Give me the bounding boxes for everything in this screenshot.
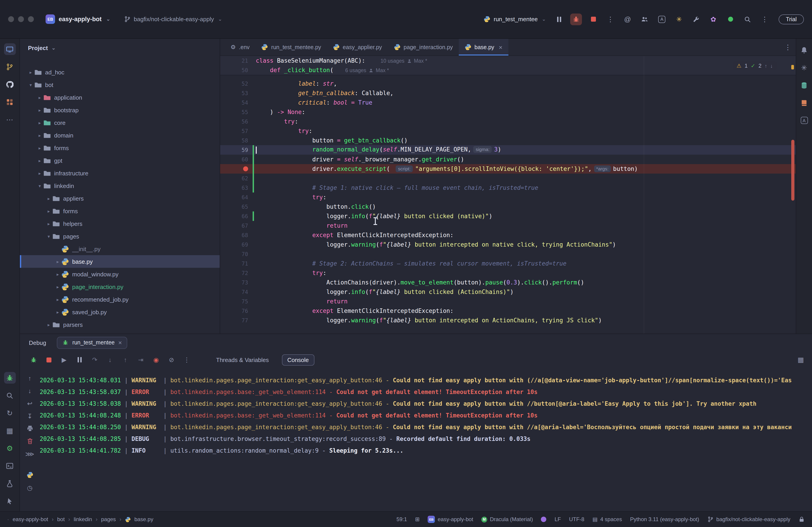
line-number[interactable]: 66 bbox=[220, 213, 252, 219]
code-line-57[interactable]: 57 try: bbox=[220, 126, 796, 136]
grid-status-icon[interactable]: ⊞ bbox=[415, 516, 420, 523]
plugins-icon[interactable]: ✿ bbox=[707, 13, 719, 25]
tab-options-icon[interactable]: ⋮ bbox=[784, 43, 791, 51]
line-number[interactable]: 59 bbox=[220, 147, 252, 153]
layout-settings-icon[interactable]: ▦ bbox=[798, 356, 804, 364]
line-number[interactable]: 56 bbox=[220, 118, 252, 125]
history-icon[interactable]: ◷ bbox=[26, 483, 34, 492]
chevron-icon[interactable]: ▸ bbox=[36, 171, 43, 176]
tree-item-bootstrap[interactable]: ▸bootstrap bbox=[20, 104, 220, 116]
code-line-75[interactable]: 75 return bbox=[220, 297, 796, 306]
chevron-icon[interactable]: ▸ bbox=[54, 284, 61, 289]
tab-console[interactable]: Console bbox=[282, 354, 314, 365]
sparkle-icon[interactable]: ✳ bbox=[673, 13, 685, 25]
chevron-icon[interactable]: ▸ bbox=[54, 297, 61, 302]
line-number[interactable]: 54 bbox=[220, 100, 252, 106]
git-branch-selector[interactable]: bagfix/not-clickable-easy-apply ⌄ bbox=[124, 16, 222, 22]
chevron-icon[interactable]: ▾ bbox=[27, 82, 34, 87]
tree-item-bot[interactable]: ▾bot bbox=[20, 78, 220, 91]
tree-item-saved_job-py[interactable]: ▸saved_job.py bbox=[20, 306, 220, 318]
more-actions-icon[interactable]: ⋮ bbox=[759, 13, 770, 25]
line-number[interactable]: 63 bbox=[220, 185, 252, 191]
trial-badge[interactable]: Trial bbox=[779, 14, 804, 24]
chevron-icon[interactable]: ▸ bbox=[36, 133, 43, 138]
code-vision-hint[interactable]: 10 usagesMax * bbox=[380, 58, 427, 63]
pointer-tool-icon[interactable] bbox=[4, 495, 16, 507]
more-console-icon[interactable]: ⋙ bbox=[26, 450, 34, 458]
tree-item-page_interaction-py[interactable]: ▸page_interaction.py bbox=[20, 281, 220, 293]
code-with-me-icon[interactable] bbox=[639, 13, 651, 25]
step-over-icon[interactable]: ↷ bbox=[89, 354, 100, 365]
code-line-53[interactable]: 53 get_btn_callback: Callable, bbox=[220, 88, 796, 98]
line-number[interactable]: 70 bbox=[220, 251, 252, 257]
tree-item-infrastructure[interactable]: ▸infrastructure bbox=[20, 167, 220, 179]
window-controls[interactable] bbox=[8, 16, 34, 22]
line-number[interactable]: 75 bbox=[220, 298, 252, 304]
line-ending[interactable]: LF bbox=[555, 516, 561, 523]
code-line-63[interactable]: 63 # Stage 1: native click — full mouse … bbox=[220, 183, 796, 193]
mute-breakpoints-icon[interactable]: ⊘ bbox=[166, 354, 177, 365]
editor-tab--env[interactable]: ⚙.env bbox=[224, 39, 256, 56]
code-line-56[interactable]: 56 try: bbox=[220, 117, 796, 126]
minimize-window-button[interactable] bbox=[18, 16, 24, 22]
chevron-icon[interactable]: ▸ bbox=[54, 259, 61, 264]
caret-position[interactable]: 59:1 bbox=[396, 516, 407, 523]
line-number[interactable]: 72 bbox=[220, 270, 252, 276]
console-output[interactable]: 2026-03-13 15:43:48.031 | WARNING | bot.… bbox=[40, 368, 812, 511]
stop-icon[interactable] bbox=[43, 354, 54, 365]
code-line-70[interactable]: 70 bbox=[220, 249, 796, 259]
git-branch-widget[interactable]: bagfix/not-clickable-easy-apply bbox=[707, 516, 791, 523]
run-config-selector[interactable]: run_test_mentee ⌄ bbox=[484, 16, 546, 22]
step-out-icon[interactable]: ↑ bbox=[120, 354, 131, 365]
breadcrumb-item[interactable]: base.py bbox=[134, 516, 154, 523]
chevron-icon[interactable]: ▸ bbox=[36, 107, 43, 112]
debug-icon[interactable] bbox=[570, 13, 582, 25]
debug-more-icon[interactable]: ⋮ bbox=[182, 354, 192, 365]
code-line-73[interactable]: 73 ActionChains(driver).move_to_element(… bbox=[220, 278, 796, 287]
code-line-66[interactable]: 66 logger.info(f"{label} button clicked … bbox=[220, 211, 796, 221]
editor-tab-easy_applier-py[interactable]: easy_applier.py bbox=[327, 39, 388, 56]
tree-item-domain[interactable]: ▸domain bbox=[20, 129, 220, 141]
translate-icon[interactable]: A bbox=[656, 13, 668, 25]
chevron-icon[interactable]: ▸ bbox=[36, 158, 43, 163]
sticky-line-21[interactable]: 21class BaseSeleniumManager(ABC): 10 usa… bbox=[220, 56, 796, 65]
chevron-icon[interactable]: ▸ bbox=[54, 272, 61, 276]
line-number[interactable]: 52 bbox=[220, 80, 252, 87]
tree-item-ad_hoc[interactable]: ▸ad_hoc bbox=[20, 66, 220, 78]
code-line-64[interactable]: 64 try: bbox=[220, 193, 796, 202]
tree-item-pages[interactable]: ▾pages bbox=[20, 230, 220, 243]
debug-tool-icon[interactable] bbox=[4, 372, 16, 383]
chevron-icon[interactable]: ▸ bbox=[54, 310, 61, 314]
terminal-tool-icon[interactable] bbox=[4, 460, 16, 471]
line-number[interactable]: 62 bbox=[220, 175, 252, 181]
tools-icon[interactable] bbox=[690, 13, 702, 25]
chevron-icon[interactable]: ▾ bbox=[36, 183, 43, 188]
tree-item-parsers[interactable]: ▸parsers bbox=[20, 318, 220, 331]
encoding[interactable]: UTF-8 bbox=[569, 516, 584, 523]
line-number[interactable]: 67 bbox=[220, 223, 252, 229]
sync-tool-icon[interactable]: ↻ bbox=[4, 407, 16, 419]
code-line-60[interactable]: 60 driver = self._browser_manager.get_dr… bbox=[220, 155, 796, 164]
inspections-widget[interactable]: ⚠ 1 ✓ 2 ↑ ↓ bbox=[733, 61, 777, 70]
line-number[interactable]: 76 bbox=[220, 308, 252, 314]
github-tool-icon[interactable] bbox=[4, 78, 16, 90]
code-line-62[interactable]: 62 bbox=[220, 174, 796, 183]
code-line-69[interactable]: 69 logger.warning(f"{label} button inter… bbox=[220, 240, 796, 249]
run-to-cursor-icon[interactable]: ⇥ bbox=[135, 354, 146, 365]
project-tool-icon[interactable] bbox=[4, 43, 16, 55]
clear-console-icon[interactable] bbox=[26, 437, 34, 446]
resume-icon[interactable]: ▶ bbox=[59, 354, 70, 365]
chevron-icon[interactable]: ▸ bbox=[45, 221, 52, 226]
close-session-icon[interactable]: × bbox=[118, 339, 122, 346]
next-issue-icon[interactable]: ↓ bbox=[770, 63, 773, 69]
close-window-button[interactable] bbox=[8, 16, 14, 22]
breadcrumb-item[interactable]: pages bbox=[101, 516, 116, 523]
project-panel-header[interactable]: Project ⌄ bbox=[20, 39, 220, 57]
code-line-65[interactable]: 65 button.click() bbox=[220, 202, 796, 211]
tree-item-modal_window-py[interactable]: ▸modal_window.py bbox=[20, 268, 220, 281]
step-into-icon[interactable]: ↓ bbox=[105, 354, 115, 365]
breadcrumb-item[interactable]: easy-apply-bot bbox=[13, 516, 48, 523]
code-line-61[interactable]: driver.execute_script( script:"arguments… bbox=[220, 164, 796, 174]
line-number[interactable]: 57 bbox=[220, 128, 252, 134]
view-breakpoints-icon[interactable]: ◉ bbox=[151, 354, 161, 365]
